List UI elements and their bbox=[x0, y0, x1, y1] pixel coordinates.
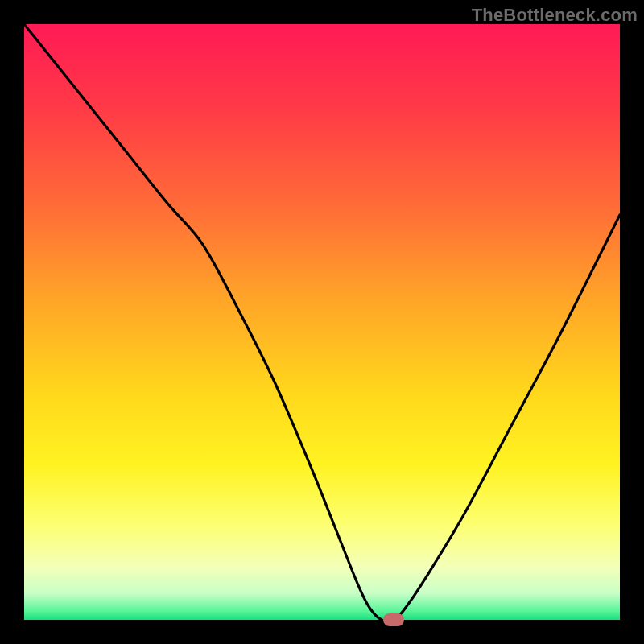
watermark-text: TheBottleneck.com bbox=[472, 5, 638, 26]
plot-area bbox=[24, 24, 620, 620]
optimal-marker bbox=[383, 613, 404, 626]
bottleneck-curve bbox=[24, 24, 620, 620]
bottleneck-chart: TheBottleneck.com bbox=[0, 0, 644, 644]
